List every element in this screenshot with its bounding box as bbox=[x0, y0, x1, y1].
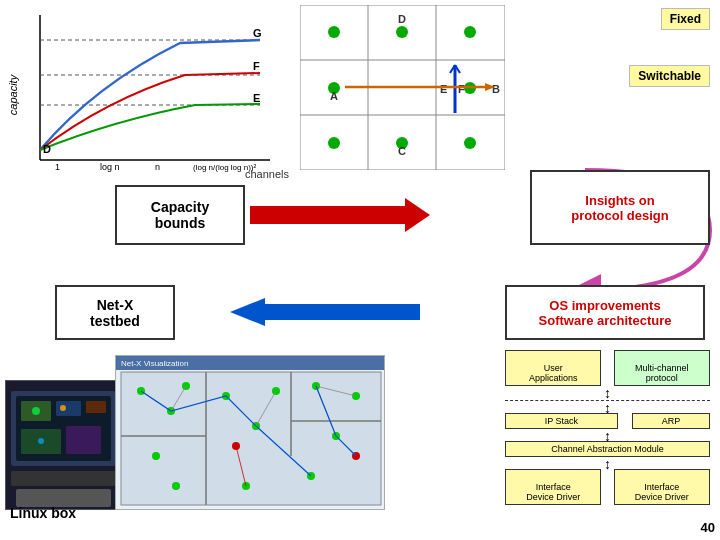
floor-plan-image: Net-X Visualization bbox=[115, 355, 385, 510]
svg-point-77 bbox=[172, 482, 180, 490]
netx-label: Net-X testbed bbox=[90, 297, 140, 329]
svg-point-29 bbox=[464, 137, 476, 149]
interface-driver-1-block: Interface Device Driver bbox=[505, 469, 601, 505]
svg-text:G: G bbox=[253, 27, 262, 39]
svg-point-56 bbox=[38, 438, 44, 444]
os-improvements-box: OS improvements Software architecture bbox=[505, 285, 705, 340]
capacity-bounds-label: Capacity bounds bbox=[151, 199, 209, 231]
svg-text:capacity: capacity bbox=[7, 73, 19, 115]
capacity-graph: capacity G F E D 1 log n n (log n/(log l… bbox=[5, 5, 275, 175]
architecture-diagram: User Applications Multi-channel protocol… bbox=[505, 350, 710, 535]
page-number: 40 bbox=[701, 520, 715, 535]
user-applications-block: User Applications bbox=[505, 350, 601, 386]
svg-point-23 bbox=[396, 26, 408, 38]
netx-testbed-box: Net-X testbed bbox=[55, 285, 175, 340]
os-improvements-label: OS improvements Software architecture bbox=[539, 298, 672, 328]
svg-text:F: F bbox=[458, 83, 465, 95]
fixed-label: Fixed bbox=[661, 8, 710, 30]
switchable-label: Switchable bbox=[629, 65, 710, 87]
svg-text:n: n bbox=[155, 162, 160, 172]
svg-point-55 bbox=[60, 405, 66, 411]
svg-marker-41 bbox=[250, 198, 430, 232]
svg-rect-52 bbox=[11, 471, 116, 486]
down-arrow-1: ↕ bbox=[505, 388, 710, 398]
down-arrow-2: ↕ bbox=[505, 403, 710, 413]
svg-rect-60 bbox=[121, 372, 381, 505]
svg-point-22 bbox=[328, 26, 340, 38]
capacity-bounds-box: Capacity bounds bbox=[115, 185, 245, 245]
channel-abstraction-block: Channel Abstraction Module bbox=[505, 441, 710, 457]
svg-marker-43 bbox=[230, 298, 420, 326]
svg-point-54 bbox=[32, 407, 40, 415]
red-arrow-right bbox=[250, 198, 430, 232]
svg-text:A: A bbox=[330, 90, 338, 102]
svg-rect-49 bbox=[86, 401, 106, 413]
svg-rect-48 bbox=[56, 401, 81, 416]
svg-text:B: B bbox=[492, 83, 500, 95]
svg-point-68 bbox=[152, 452, 160, 460]
insights-label: Insights on protocol design bbox=[571, 193, 669, 223]
down-arrow-3: ↕ bbox=[505, 431, 710, 441]
svg-text:D: D bbox=[43, 143, 51, 155]
hardware-image bbox=[5, 380, 120, 510]
arp-block: ARP bbox=[632, 413, 710, 429]
multi-channel-protocol-block: Multi-channel protocol bbox=[614, 350, 710, 386]
svg-text:E: E bbox=[253, 92, 260, 104]
insights-box: Insights on protocol design bbox=[530, 170, 710, 245]
down-arrow-4: ↕ bbox=[505, 459, 710, 469]
ip-stack-block: IP Stack bbox=[505, 413, 618, 429]
channels-label: channels bbox=[245, 168, 289, 180]
svg-text:Net-X Visualization: Net-X Visualization bbox=[121, 359, 188, 368]
svg-point-24 bbox=[464, 26, 476, 38]
svg-text:C: C bbox=[398, 145, 406, 157]
svg-rect-51 bbox=[66, 426, 101, 454]
svg-text:log n: log n bbox=[100, 162, 120, 172]
blue-arrow-left bbox=[230, 298, 420, 326]
svg-text:D: D bbox=[398, 13, 406, 25]
svg-text:F: F bbox=[253, 60, 260, 72]
interface-driver-2-block: Interface Device Driver bbox=[614, 469, 710, 505]
svg-text:E: E bbox=[440, 83, 447, 95]
linux-box-label: Linux box bbox=[10, 505, 76, 521]
svg-text:1: 1 bbox=[55, 162, 60, 172]
svg-point-27 bbox=[328, 137, 340, 149]
switch-grid: D E F B A C bbox=[300, 5, 505, 170]
